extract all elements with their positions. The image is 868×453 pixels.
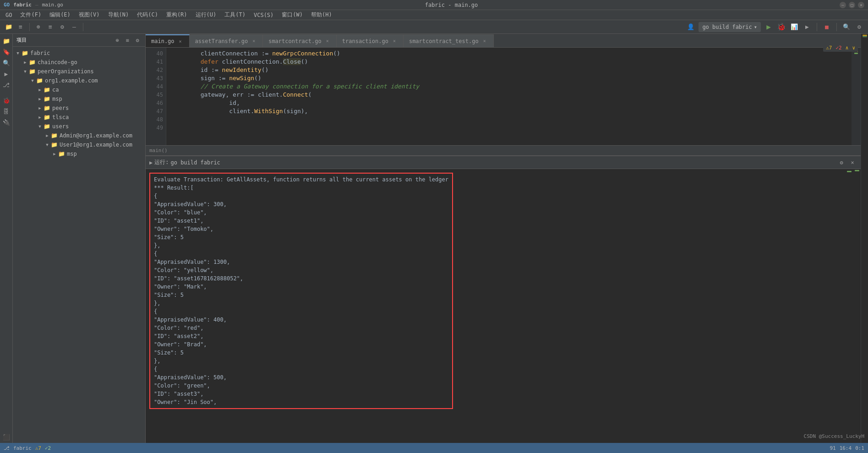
toolbar-min[interactable]: — [69,22,79,32]
tree-settings-btn[interactable]: ⚙ [133,36,142,44]
tree-item-user1-msp[interactable]: ▶ 📁 msp [13,149,145,158]
git-branch: fabric [13,445,32,451]
terminal-close-btn[interactable]: × [848,158,857,167]
tree-arrow-peers: ▶ [37,105,43,111]
error-count: ✓2 [836,45,842,51]
plugin-icon[interactable]: 🔌 [1,117,11,127]
tree-label-user1: User1@org1.example.com [60,142,132,148]
scroll-down[interactable]: ∨ [852,45,855,51]
coverage-button[interactable]: ▶ [802,22,812,32]
tree-label-fabric: fabric [30,50,50,56]
user-icon[interactable]: 👤 [686,22,696,32]
terminal-line-22: "Size": 5 [154,349,448,357]
menu-file[interactable]: 文件(F) [16,10,45,20]
toolbar-btn2[interactable]: ⊕ [33,22,44,32]
code-editor[interactable]: clientConnection := newGrpcConnection() … [166,48,852,145]
line-col3: 0:1 [855,445,864,451]
window-title: fabric - main.go [63,2,840,8]
menu-help[interactable]: 帮助(H) [307,10,336,20]
menu-edit[interactable]: 编辑(E) [46,10,74,20]
tab-close-main-go[interactable]: × [177,38,184,44]
tab-transaction[interactable]: transaction.go × [337,34,404,47]
project-icon[interactable]: 📁 [4,22,14,32]
toolbar-btn3[interactable]: ≡ [45,22,55,32]
menu-go[interactable]: GO [2,11,16,19]
tab-close-asset[interactable]: × [251,38,257,44]
terminal-icon[interactable]: ⬛ [1,432,11,442]
tree-arrow-org1: ▼ [29,77,36,84]
menu-run[interactable]: 运行(U) [192,10,220,20]
terminal-line-27: "ID": "asset3", [154,390,448,398]
stop-button[interactable]: ■ [822,22,832,32]
tree-label-peers: peers [52,105,69,111]
tree-item-msp[interactable]: ▶ 📁 msp [13,94,145,104]
minimize-button[interactable]: — [840,2,846,8]
terminal-gutter [853,169,861,453]
gutter-numbers [847,171,852,172]
tree-item-chaincode[interactable]: ▶ 📁 chaincode-go [13,58,145,67]
tree-title: 项目 [16,37,111,44]
project-view-icon[interactable]: 📁 [1,36,11,46]
tree-menu-btn[interactable]: ≡ [123,36,131,44]
toolbar-sep2 [83,23,83,31]
menu-tools[interactable]: 工具(T) [221,10,249,20]
folder-icon-chaincode: 📁 [28,59,36,66]
tab-smartcontract[interactable]: smartcontract.go × [263,34,337,47]
search-button[interactable]: 🔍 [841,22,852,32]
editor-section: main.go × assetTransfer.go × smartcontra… [146,34,861,155]
tab-close-smart[interactable]: × [324,38,331,44]
terminal-settings-btn[interactable]: ⚙ [837,158,846,167]
tree-root-fabric[interactable]: ▼ 📁 fabric [13,49,145,58]
terminal-toolbar: ▶ 运行: go build fabric ⚙ × [146,156,861,169]
run-icon[interactable]: ▶ [1,69,11,79]
debug-button[interactable]: 🐞 [776,22,786,32]
terminal-line-13: "ID": "asset1678162888052", [154,274,448,283]
menu-code[interactable]: 代码(C) [133,10,162,20]
tree-item-ca[interactable]: ▶ 📁 ca [13,85,145,94]
terminal-line-28: "Owner": "Jin Soo", [154,398,448,406]
tree-item-tlsca[interactable]: ▶ 📁 tlsca [13,113,145,122]
menu-refactor[interactable]: 重构(R) [163,10,191,20]
terminal-run-label: go build fabric [170,159,220,166]
tab-close-txn[interactable]: × [391,38,398,44]
tree-item-users[interactable]: ▼ 📁 users [13,122,145,131]
tree-item-user1[interactable]: ▼ 📁 User1@org1.example.com [13,140,145,149]
terminal-label: 运行: [154,158,169,166]
tab-smartcontract-test[interactable]: smartcontract_test.go × [404,34,494,47]
terminal-line-12: "Color": "yellow", [154,266,448,274]
tab-asset-transfer[interactable]: assetTransfer.go × [190,34,263,47]
menu-nav[interactable]: 导航(N) [104,10,133,20]
menu-vcs[interactable]: VCS(S) [250,11,277,19]
toolbar-settings[interactable]: ⚙ [57,22,67,32]
scroll-up[interactable]: ∧ [846,45,849,51]
git-branch-icon: ⎇ [4,445,10,451]
close-button[interactable]: × [858,2,864,8]
breadcrumb-bar: main() [146,145,861,155]
gear-button[interactable]: ⚙ [854,22,864,32]
tree-label-chaincode: chaincode-go [38,59,77,65]
tree-item-admin[interactable]: ▶ 📁 Admin@org1.example.com [13,131,145,140]
db-icon[interactable]: 🗄 [1,106,11,116]
maximize-button[interactable]: □ [849,2,855,8]
profile-button[interactable]: 📊 [789,22,799,32]
terminal-line-15: "Size": 5 [154,291,448,299]
tree-add-btn[interactable]: ⊕ [113,36,121,44]
terminal-line-20: "ID": "asset2", [154,332,448,340]
terminal-line-26: "Color": "green", [154,382,448,390]
find-icon[interactable]: 🔍 [1,58,11,68]
tab-main-go[interactable]: main.go × [146,34,190,47]
git-icon[interactable]: ⎇ [1,80,11,90]
tab-close-smart-test[interactable]: × [481,38,488,44]
bookmark-icon[interactable]: 🔖 [1,47,11,57]
run-config-button[interactable]: go build fabric ▾ [699,22,761,32]
tree-item-peers[interactable]: ▶ 📁 peers [13,104,145,113]
menu-window[interactable]: 窗口(W) [278,10,306,20]
tree-item-org1[interactable]: ▼ 📁 org1.example.com [13,76,145,85]
run-button[interactable]: ▶ [764,22,774,32]
run-config-arrow: ▾ [754,24,757,30]
menu-view[interactable]: 视图(V) [75,10,104,20]
status-bar: ⎇ fabric ⚠7 ✓2 91 16:4 0:1 [0,443,868,453]
toggle-btn[interactable]: ≡ [16,22,26,32]
debug-icon[interactable]: 🐞 [1,95,11,105]
tree-item-peerOrg[interactable]: ▼ 📁 peerOrganizations [13,67,145,76]
